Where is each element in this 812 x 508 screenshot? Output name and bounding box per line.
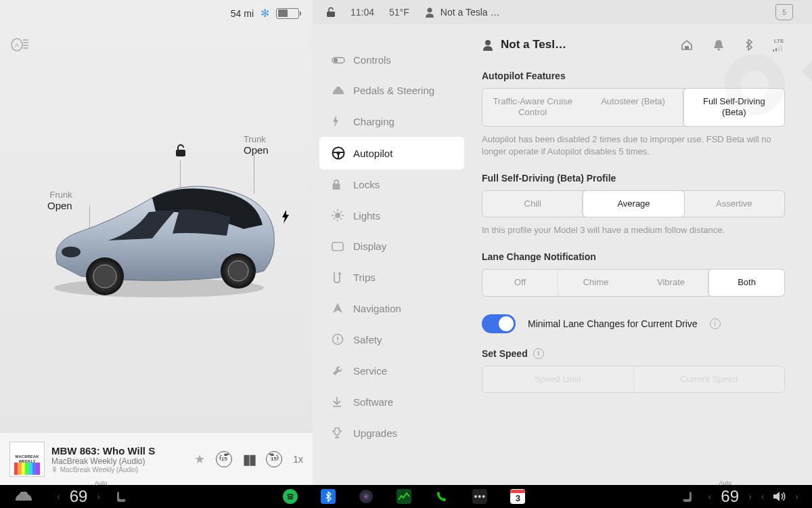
track-info[interactable]: MBW 863: Who Will S MacBreak Weekly (Aud… bbox=[51, 445, 187, 473]
settings-content: Not a Tesl… LTE Autopilot Features Traff… bbox=[471, 24, 812, 485]
user-icon bbox=[424, 7, 435, 18]
sidebar-item-label: Software bbox=[353, 396, 393, 408]
pause-button[interactable]: ▮▮ bbox=[243, 451, 255, 467]
sidebar-item-autopilot[interactable]: Autopilot bbox=[319, 137, 464, 169]
set-speed-segment: Speed LimitCurrent Speed bbox=[482, 366, 785, 393]
sidebar-item-trips[interactable]: Trips bbox=[319, 261, 464, 293]
passenger-seat-heat-icon[interactable] bbox=[681, 490, 694, 503]
segment-option[interactable]: Off bbox=[482, 270, 558, 295]
segment-option[interactable]: Speed Limit bbox=[482, 366, 633, 392]
temp-up-button[interactable]: › bbox=[748, 491, 752, 502]
svg-point-9 bbox=[93, 265, 116, 288]
locks-icon bbox=[332, 179, 344, 190]
clock: 11:04 bbox=[351, 7, 374, 18]
temp-down-button[interactable]: ‹ bbox=[708, 491, 712, 502]
temp-up-button[interactable]: › bbox=[97, 491, 100, 502]
segment-option[interactable]: Chill bbox=[482, 191, 583, 217]
skip-fwd-15-button[interactable]: 15 bbox=[266, 451, 282, 467]
favorite-icon[interactable]: ★ bbox=[194, 452, 205, 467]
segment-option[interactable]: Current Speed bbox=[633, 366, 785, 392]
sidebar-item-locks[interactable]: Locks bbox=[319, 169, 464, 200]
trunk-button[interactable]: Trunk Open bbox=[244, 134, 269, 156]
sidebar-item-safety[interactable]: Safety bbox=[319, 324, 464, 355]
dashcam-icon[interactable] bbox=[359, 489, 374, 504]
vehicle-panel: 54 mi ✻ A Frunk Open Trunk Open bbox=[0, 0, 313, 485]
svg-point-47 bbox=[365, 495, 367, 498]
segment-option[interactable]: Chime bbox=[558, 270, 633, 295]
driver-temp[interactable]: 69 bbox=[70, 487, 88, 506]
sidebar-item-software[interactable]: Software bbox=[319, 386, 464, 417]
unlock-icon[interactable] bbox=[175, 144, 187, 157]
volume-icon[interactable] bbox=[772, 490, 787, 503]
sidebar-item-lights[interactable]: Lights bbox=[319, 200, 464, 231]
svg-line-27 bbox=[334, 211, 335, 213]
range-status: 54 mi ✻ bbox=[231, 7, 299, 20]
lane-change-segment: OffChimeVibrateBoth bbox=[482, 269, 785, 296]
route-shield-icon: 5 bbox=[775, 4, 793, 20]
svg-point-32 bbox=[338, 272, 341, 275]
software-icon bbox=[332, 396, 344, 408]
homelink-icon[interactable] bbox=[681, 39, 693, 50]
sidebar-item-upgrades[interactable]: Upgrades bbox=[319, 417, 464, 448]
volume-down-button[interactable]: ‹ bbox=[761, 491, 765, 502]
segment-option[interactable]: Both bbox=[708, 270, 784, 295]
sidebar-item-navigation[interactable]: Navigation bbox=[319, 293, 464, 324]
album-art[interactable]: MACBREAKWEEKLY bbox=[9, 442, 45, 477]
volume-up-button[interactable]: › bbox=[795, 491, 798, 502]
bluetooth-app-icon[interactable] bbox=[321, 489, 336, 504]
driver-seat-heat-icon[interactable] bbox=[115, 490, 127, 503]
settings-panel: 11:04 51°F Not a Tesla … 5 ControlsPedal… bbox=[313, 0, 812, 485]
playback-speed-button[interactable]: 1x bbox=[293, 454, 303, 465]
notifications-icon[interactable] bbox=[713, 39, 724, 51]
svg-point-40 bbox=[717, 48, 720, 51]
sidebar-item-charging[interactable]: Charging bbox=[319, 106, 464, 137]
minimal-lane-changes-toggle[interactable] bbox=[482, 314, 516, 333]
trunk-state: Open bbox=[244, 144, 269, 156]
headlight-icon[interactable]: A bbox=[10, 37, 29, 52]
sidebar-item-label: Service bbox=[353, 365, 387, 377]
car-dock-icon[interactable] bbox=[14, 490, 34, 503]
autopilot-disabled-warning: Autopilot has been disabled 2 times due … bbox=[482, 133, 785, 158]
sidebar-item-service[interactable]: Service bbox=[319, 355, 464, 386]
energy-app-icon[interactable] bbox=[397, 489, 411, 504]
phone-icon[interactable] bbox=[434, 489, 449, 504]
spotify-icon[interactable] bbox=[283, 489, 298, 504]
pedals-steering-icon bbox=[332, 86, 344, 96]
segment-option[interactable]: Autosteer (Beta) bbox=[583, 89, 683, 126]
info-icon[interactable]: i bbox=[710, 318, 721, 329]
volume-control: ‹ › bbox=[761, 490, 798, 503]
sidebar-item-label: Lights bbox=[353, 210, 380, 221]
passenger-temp[interactable]: 69 bbox=[721, 487, 739, 506]
lane-change-title: Lane Change Notification bbox=[482, 251, 785, 262]
content-profile[interactable]: Not a Tesl… bbox=[482, 38, 566, 51]
segment-option[interactable]: Full Self-Driving (Beta) bbox=[683, 89, 784, 126]
sidebar-item-label: Charging bbox=[353, 116, 394, 127]
top-status-bar: 11:04 51°F Not a Tesla … 5 bbox=[313, 0, 812, 24]
battery-icon bbox=[276, 8, 299, 19]
bluetooth-icon[interactable] bbox=[744, 39, 752, 51]
segment-option[interactable]: Vibrate bbox=[633, 270, 708, 295]
all-apps-icon[interactable]: ••• bbox=[472, 489, 487, 504]
svg-line-30 bbox=[340, 211, 342, 213]
outside-temp: 51°F bbox=[389, 7, 409, 18]
trunk-label: Trunk bbox=[244, 134, 266, 144]
sidebar-item-controls[interactable]: Controls bbox=[319, 45, 464, 75]
info-icon[interactable]: i bbox=[533, 348, 544, 359]
cell-signal: LTE bbox=[773, 38, 785, 51]
segment-option[interactable]: Assertive bbox=[684, 191, 784, 217]
app-tray: ••• 3 bbox=[283, 489, 525, 504]
calendar-icon[interactable]: 3 bbox=[510, 489, 525, 504]
skip-back-15-button[interactable]: 15 bbox=[216, 451, 232, 467]
segment-option[interactable]: Traffic-Aware Cruise Control bbox=[482, 89, 583, 126]
sidebar-item-label: Safety bbox=[353, 334, 382, 345]
sidebar-item-display[interactable]: Display bbox=[319, 231, 464, 261]
sidebar-item-pedals-steering[interactable]: Pedals & Steering bbox=[319, 75, 464, 106]
upgrades-icon bbox=[332, 427, 344, 439]
fsd-profile-help: In this profile your Model 3 will have a… bbox=[482, 224, 785, 236]
set-speed-title: Set Speed i bbox=[482, 348, 785, 359]
profile-selector[interactable]: Not a Tesla … bbox=[424, 7, 500, 18]
segment-option[interactable]: Average bbox=[583, 191, 683, 217]
service-icon bbox=[332, 364, 344, 377]
autopilot-features-segment: Traffic-Aware Cruise ControlAutosteer (B… bbox=[482, 88, 785, 127]
temp-down-button[interactable]: ‹ bbox=[57, 491, 60, 502]
